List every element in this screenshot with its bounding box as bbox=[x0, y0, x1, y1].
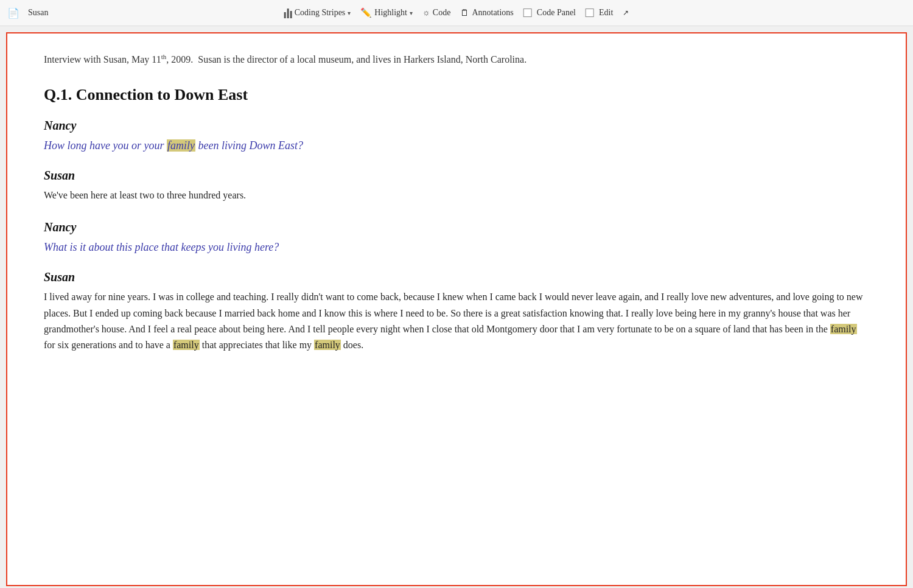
code-label: Code bbox=[433, 8, 451, 18]
question-1: How long have you or your family been li… bbox=[44, 138, 869, 154]
edit-checkbox[interactable] bbox=[586, 9, 594, 17]
section-heading: Q.1. Connection to Down East bbox=[44, 86, 869, 104]
code-panel-label: Code Panel bbox=[537, 8, 576, 18]
exchange-1: Nancy How long have you or your family b… bbox=[44, 119, 869, 154]
annotations-label: Annotations bbox=[472, 8, 513, 18]
coding-stripes-button[interactable]: Coding Stripes ▾ bbox=[279, 5, 356, 21]
toolbar: 📄 Susan Coding Stripes ▾ ✏️ Highlight ▾ … bbox=[0, 0, 913, 26]
edit-label: Edit bbox=[599, 8, 613, 18]
speaker-nancy-1: Nancy bbox=[44, 119, 869, 133]
document-icon: 📄 bbox=[7, 7, 19, 19]
exchange-4: Susan I lived away for nine years. I was… bbox=[44, 270, 869, 354]
coding-stripes-dropdown-arrow: ▾ bbox=[348, 10, 351, 16]
resize-icon: ↗ bbox=[623, 9, 629, 18]
highlight-family-4: family bbox=[314, 340, 341, 350]
document-name[interactable]: Susan bbox=[23, 5, 53, 20]
code-icon: ☼ bbox=[422, 8, 430, 18]
document-content: Interview with Susan, May 11th, 2009. Su… bbox=[6, 32, 907, 586]
highlight-family-2: family bbox=[830, 324, 857, 334]
coding-stripes-label: Coding Stripes bbox=[295, 8, 346, 18]
coding-stripes-icon bbox=[284, 7, 292, 18]
code-panel-button[interactable]: Code Panel bbox=[519, 5, 581, 20]
exchange-3: Nancy What is it about this place that k… bbox=[44, 220, 869, 256]
speaker-susan-1: Susan bbox=[44, 169, 869, 183]
highlight-family-1: family bbox=[167, 139, 195, 152]
highlight-button[interactable]: ✏️ Highlight ▾ bbox=[355, 5, 418, 21]
highlight-family-3: family bbox=[173, 340, 200, 350]
answer-2: I lived away for nine years. I was in co… bbox=[44, 289, 869, 354]
resize-button[interactable]: ↗ bbox=[618, 6, 634, 20]
annotations-icon: 🗒 bbox=[460, 8, 469, 18]
highlight-label: Highlight bbox=[374, 8, 407, 18]
highlight-icon: ✏️ bbox=[360, 7, 372, 18]
code-panel-checkbox[interactable] bbox=[523, 9, 532, 17]
toolbar-center: Coding Stripes ▾ ✏️ Highlight ▾ ☼ Code 🗒… bbox=[279, 5, 634, 21]
speaker-nancy-2: Nancy bbox=[44, 220, 869, 234]
edit-button[interactable]: Edit bbox=[581, 5, 618, 20]
exchange-2: Susan We've been here at least two to th… bbox=[44, 169, 869, 203]
intro-paragraph: Interview with Susan, May 11th, 2009. Su… bbox=[44, 52, 869, 68]
annotations-button[interactable]: 🗒 Annotations bbox=[455, 5, 518, 21]
answer-1: We've been here at least two to three hu… bbox=[44, 187, 869, 203]
code-button[interactable]: ☼ Code bbox=[418, 5, 455, 20]
highlight-dropdown-arrow: ▾ bbox=[410, 10, 413, 16]
question-2: What is it about this place that keeps y… bbox=[44, 239, 869, 256]
speaker-susan-2: Susan bbox=[44, 270, 869, 284]
